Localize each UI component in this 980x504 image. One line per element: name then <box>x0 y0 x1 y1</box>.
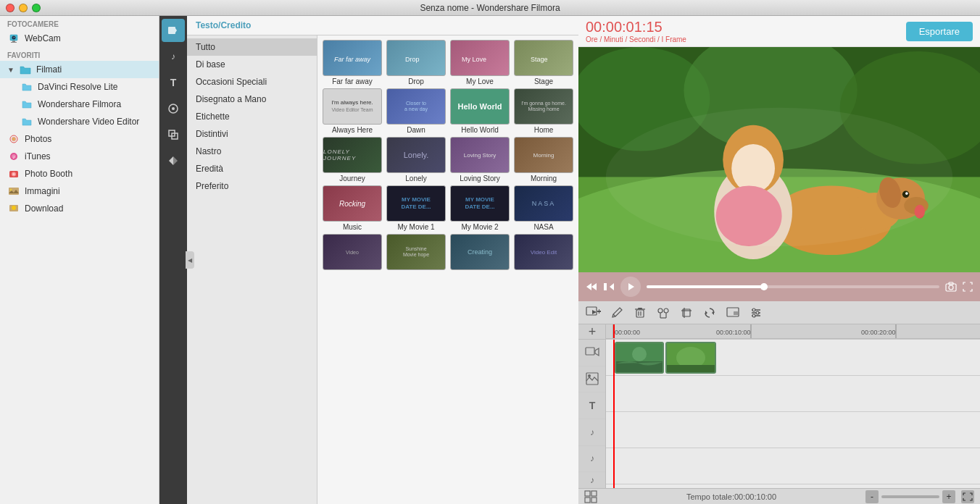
video-track[interactable] <box>606 340 980 376</box>
svg-text:♪: ♪ <box>590 427 594 437</box>
rotate-tool[interactable] <box>700 303 719 322</box>
sidebar-item-filmora[interactable]: Wondershare Filmora <box>0 96 159 113</box>
zoom-in-button[interactable]: + <box>942 490 955 503</box>
svg-rect-60 <box>586 307 597 315</box>
thumb-row5d[interactable]: Video Edit <box>513 234 574 272</box>
zoom-slider[interactable] <box>881 495 939 498</box>
tool-text[interactable]: T <box>162 71 185 94</box>
thumb-home[interactable]: I'm gonna go home.Missing home Home <box>513 88 574 134</box>
image-track[interactable] <box>606 376 980 412</box>
thumb-music[interactable]: Rocking Music <box>322 185 383 231</box>
close-button[interactable] <box>6 4 14 12</box>
sidebar-item-davinci[interactable]: DaVinci Resolve Lite <box>0 78 159 96</box>
tool-audio[interactable]: ♪ <box>162 45 185 68</box>
sidebar-item-filmati[interactable]: ▼ Filmati <box>0 61 159 78</box>
video-clip-2[interactable] <box>665 342 716 374</box>
thumb-drop[interactable]: Drop Drop <box>386 40 447 85</box>
thumb-farfaraway[interactable]: Far far away Far far away <box>322 40 383 85</box>
sidebar-item-webcam[interactable]: WebCam <box>0 30 159 47</box>
sidebar-item-video-editor[interactable]: Wondershare Video Editor <box>0 113 159 130</box>
thumb-label-stage: Stage <box>534 77 553 85</box>
svg-point-4 <box>13 37 15 39</box>
thumb-mylove[interactable]: My Love My Love <box>449 40 510 85</box>
thumb-img-lovingstory: Loving Story <box>450 137 510 173</box>
pencil-tool[interactable] <box>607 303 626 322</box>
text-track[interactable] <box>606 412 980 448</box>
favorites-section-title: Favoriti <box>0 47 159 61</box>
playback-progress[interactable] <box>647 285 939 288</box>
frame-back-button[interactable] <box>603 281 615 293</box>
svg-rect-118 <box>591 497 597 503</box>
category-preferito[interactable]: Preferito <box>187 177 317 195</box>
category-eredita[interactable]: Eredità <box>187 160 317 177</box>
sidebar-item-immagini[interactable]: Immagini <box>0 182 159 200</box>
progress-knob[interactable] <box>760 283 768 290</box>
split-tool[interactable] <box>654 303 673 322</box>
add-clip-button[interactable] <box>584 303 603 322</box>
grid-view-btn[interactable] <box>584 490 597 503</box>
rewind-button[interactable] <box>586 281 597 293</box>
thumb-label-alwayshere: Always Here <box>332 126 373 134</box>
sidebar-item-photo-booth[interactable]: Photo Booth <box>0 165 159 182</box>
settings-tool[interactable] <box>747 303 765 322</box>
svg-point-84 <box>752 308 755 311</box>
fullscreen-button[interactable] <box>963 282 973 292</box>
play-button[interactable] <box>620 277 641 297</box>
thumb-morning[interactable]: Morning Morning <box>513 137 574 182</box>
category-etichette[interactable]: Etichette <box>187 108 317 125</box>
thumb-row5c[interactable]: Creating <box>449 234 510 272</box>
timecode-label: Ore / Minuti / Secondi / I Frame <box>586 35 686 43</box>
thumb-helloworld[interactable]: Hello World Hello World <box>449 88 510 134</box>
sidebar-item-download[interactable]: Download <box>0 200 159 217</box>
screenshot-button[interactable] <box>945 282 957 292</box>
thumb-lonely[interactable]: Lonely. Lonely <box>386 137 447 182</box>
thumb-nasa[interactable]: NASA NASA <box>513 185 574 231</box>
thumb-stage[interactable]: Stage Stage <box>513 40 574 85</box>
add-track-button[interactable]: + <box>578 324 606 339</box>
category-nastro[interactable]: Nastro <box>187 143 317 160</box>
category-tutto[interactable]: Tutto <box>187 38 317 56</box>
minimize-button[interactable] <box>19 4 28 12</box>
thumb-lovingstory[interactable]: Loving Story Loving Story <box>449 137 510 182</box>
thumb-label-journey: Journey <box>339 175 365 182</box>
tool-overlay[interactable] <box>162 123 185 146</box>
tool-effect[interactable] <box>162 97 185 120</box>
category-disegnato-a-mano[interactable]: Disegnato a Mano <box>187 91 317 108</box>
category-di-base[interactable]: Di base <box>187 56 317 73</box>
video-clip-1[interactable] <box>615 342 664 374</box>
timeline-tracks-area[interactable] <box>606 340 980 488</box>
category-occasioni-speciali[interactable]: Occasioni Speciali <box>187 73 317 91</box>
sidebar-item-itunes[interactable]: ♪ iTunes <box>0 148 159 165</box>
webcam-icon <box>7 32 20 45</box>
delete-tool[interactable] <box>631 303 649 322</box>
thumb-label-home: Home <box>534 126 554 134</box>
content-inner: Tutto Di base Occasioni Speciali Disegna… <box>187 35 578 504</box>
zoom-out-button[interactable]: - <box>865 490 879 503</box>
fit-timeline-button[interactable] <box>961 490 974 503</box>
thumb-img-row5d: Video Edit <box>514 234 573 270</box>
svg-point-18 <box>12 206 16 210</box>
thumb-row5a[interactable]: Video <box>322 234 383 272</box>
maximize-button[interactable] <box>32 4 41 12</box>
thumb-mymovie1[interactable]: MY MOVIEDATE DE... My Movie 1 <box>386 185 447 231</box>
svg-marker-102 <box>595 348 599 356</box>
thumb-row5b[interactable]: SunshineMovie hope <box>386 234 447 272</box>
thumb-alwayshere[interactable]: I'm always here.Video Editor Team Always… <box>322 88 383 134</box>
thumb-journey[interactable]: LONELY JOURNEY Journey <box>322 137 383 182</box>
thumb-img-dawn: Closer toa new day <box>386 88 446 125</box>
crop-tool[interactable] <box>677 303 696 322</box>
thumb-dawn[interactable]: Closer toa new day Dawn <box>386 88 447 134</box>
sidebar-item-photos[interactable]: Photos <box>0 130 159 148</box>
audio2-track[interactable] <box>606 484 980 488</box>
pip-tool[interactable] <box>723 303 742 322</box>
audio1-track-icon: ♪ <box>578 419 605 446</box>
export-button[interactable]: Esportare <box>906 22 973 41</box>
tool-video[interactable] <box>162 19 185 42</box>
audio1-track[interactable] <box>606 448 980 484</box>
collapse-panel-arrow[interactable]: ◀ <box>186 251 194 269</box>
thumb-mymovie2[interactable]: MY MOVIEDATE DE... My Movie 2 <box>449 185 510 231</box>
svg-text:00:00:10:00: 00:00:10:00 <box>716 329 751 336</box>
tool-transition[interactable] <box>162 149 185 172</box>
svg-point-70 <box>664 308 668 313</box>
category-distintivi[interactable]: Distintivi <box>187 125 317 143</box>
